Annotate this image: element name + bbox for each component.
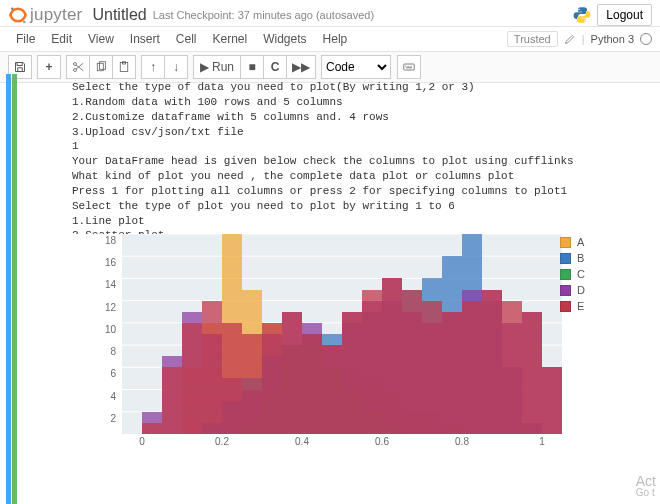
menu-file[interactable]: File xyxy=(8,29,43,49)
legend-swatch xyxy=(560,285,571,296)
bar-E[interactable] xyxy=(162,367,182,434)
bar-E[interactable] xyxy=(482,290,502,434)
menu-kernel[interactable]: Kernel xyxy=(205,29,256,49)
svg-point-3 xyxy=(584,20,585,21)
legend-item[interactable]: A xyxy=(560,234,585,250)
bar-E[interactable] xyxy=(182,323,202,434)
bar-E[interactable] xyxy=(502,301,522,434)
bar-E[interactable] xyxy=(362,290,382,434)
run-label: Run xyxy=(212,60,234,74)
kernel-name[interactable]: Python 3 xyxy=(591,33,634,45)
y-tick: 2 xyxy=(110,412,116,423)
bar-E[interactable] xyxy=(222,323,242,434)
x-tick: 0.6 xyxy=(375,436,389,447)
bar-E[interactable] xyxy=(462,301,482,434)
bar-E[interactable] xyxy=(262,323,282,434)
vertical-divider: | xyxy=(582,33,585,45)
y-tick: 4 xyxy=(110,390,116,401)
save-icon xyxy=(14,61,26,73)
legend-item[interactable]: E xyxy=(560,298,585,314)
jupyter-icon xyxy=(8,5,28,25)
legend-item[interactable]: D xyxy=(560,282,585,298)
notebook-area: Select the type of data you need to plot… xyxy=(0,74,660,504)
x-tick: 0.8 xyxy=(455,436,469,447)
svg-point-4 xyxy=(74,69,77,72)
bar-E[interactable] xyxy=(542,367,562,434)
legend-label: D xyxy=(577,284,585,296)
y-tick: 12 xyxy=(105,301,116,312)
jupyter-logo[interactable]: jupyter xyxy=(8,5,82,25)
plot-area[interactable] xyxy=(122,234,562,434)
scissors-icon xyxy=(72,61,84,73)
restart-icon: C xyxy=(271,60,280,74)
menu-widgets[interactable]: Widgets xyxy=(255,29,314,49)
legend-item[interactable]: B xyxy=(560,250,585,266)
svg-point-5 xyxy=(74,63,77,66)
bar-E[interactable] xyxy=(242,334,262,434)
logout-button[interactable]: Logout xyxy=(597,4,652,26)
brand-text: jupyter xyxy=(30,5,82,25)
bar-E[interactable] xyxy=(522,312,542,434)
bar-E[interactable] xyxy=(142,423,162,434)
y-tick: 8 xyxy=(110,346,116,357)
plus-icon: + xyxy=(45,60,52,74)
pencil-icon[interactable] xyxy=(564,33,576,45)
run-icon: ▶ xyxy=(200,60,209,74)
legend-swatch xyxy=(560,269,571,280)
stop-icon: ■ xyxy=(248,60,255,74)
menu-edit[interactable]: Edit xyxy=(43,29,80,49)
copy-icon xyxy=(95,61,107,73)
cell-select-indicator xyxy=(6,74,11,504)
bar-E[interactable] xyxy=(322,345,342,434)
python-icon xyxy=(573,6,591,24)
app-header: jupyter Untitled Last Checkpoint: 37 min… xyxy=(0,0,660,27)
legend-label: C xyxy=(577,268,585,280)
bar-E[interactable] xyxy=(342,312,362,434)
legend-label: E xyxy=(577,300,584,312)
chart-legend[interactable]: ABCDE xyxy=(560,234,585,314)
y-tick: 10 xyxy=(105,323,116,334)
paste-icon xyxy=(118,61,130,73)
bar-E[interactable] xyxy=(382,278,402,434)
menu-cell[interactable]: Cell xyxy=(168,29,205,49)
legend-label: B xyxy=(577,252,584,264)
x-tick: 0.4 xyxy=(295,436,309,447)
legend-swatch xyxy=(560,237,571,248)
cell-run-indicator xyxy=(12,74,17,504)
svg-rect-10 xyxy=(404,64,415,70)
legend-swatch xyxy=(560,301,571,312)
y-tick: 14 xyxy=(105,279,116,290)
menu-bar: File Edit View Insert Cell Kernel Widget… xyxy=(0,27,660,51)
chart-area: 24681012141618 00.20.40.60.81 xyxy=(72,234,562,454)
trusted-badge[interactable]: Trusted xyxy=(507,31,558,47)
x-tick: 1 xyxy=(539,436,545,447)
bar-E[interactable] xyxy=(402,290,422,434)
x-tick: 0.2 xyxy=(215,436,229,447)
legend-swatch xyxy=(560,253,571,264)
kernel-status-icon[interactable] xyxy=(640,33,652,45)
menu-insert[interactable]: Insert xyxy=(122,29,168,49)
arrow-up-icon: ↑ xyxy=(150,60,156,74)
y-axis: 24681012141618 xyxy=(72,234,122,434)
bar-E[interactable] xyxy=(302,334,322,434)
bar-E[interactable] xyxy=(202,301,222,434)
bar-E[interactable] xyxy=(422,301,442,434)
svg-point-2 xyxy=(579,9,580,10)
arrow-down-icon: ↓ xyxy=(173,60,179,74)
x-tick: 0 xyxy=(139,436,145,447)
y-tick: 6 xyxy=(110,368,116,379)
menu-view[interactable]: View xyxy=(80,29,122,49)
svg-point-1 xyxy=(23,21,26,24)
x-axis: 00.20.40.60.81 xyxy=(122,434,562,452)
y-tick: 18 xyxy=(105,235,116,246)
bar-E[interactable] xyxy=(442,312,462,434)
y-tick: 16 xyxy=(105,257,116,268)
legend-label: A xyxy=(577,236,584,248)
menu-help[interactable]: Help xyxy=(315,29,356,49)
notebook-title[interactable]: Untitled xyxy=(92,6,146,24)
bar-E[interactable] xyxy=(282,312,302,434)
legend-item[interactable]: C xyxy=(560,266,585,282)
checkpoint-text: Last Checkpoint: 37 minutes ago (autosav… xyxy=(153,9,374,21)
fast-forward-icon: ▶▶ xyxy=(292,60,310,74)
keyboard-icon xyxy=(403,61,415,73)
